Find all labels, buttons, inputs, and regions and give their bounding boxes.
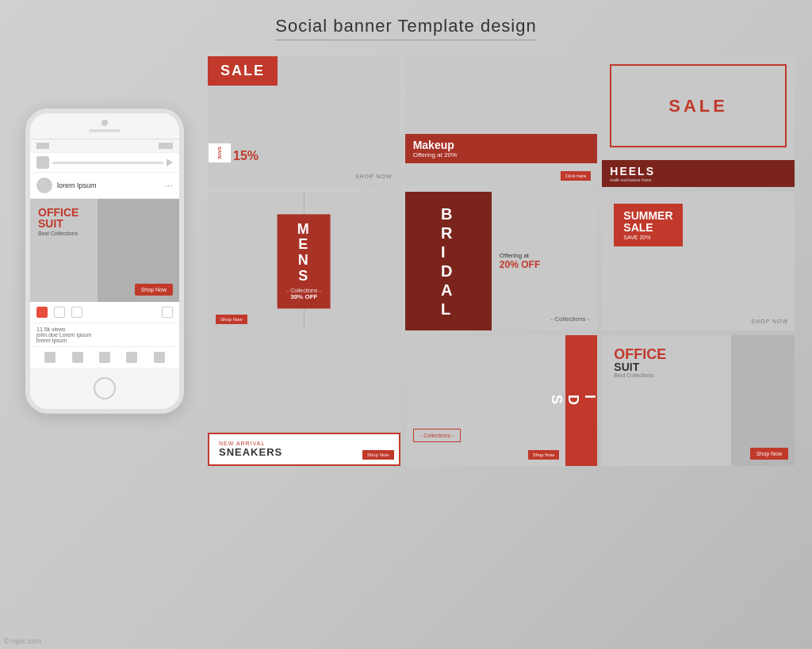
- banner-office-suit: OFFICE SUIT Best Collections Shop Now: [602, 335, 795, 466]
- camera-icon: [36, 156, 49, 169]
- shop-now-button[interactable]: Shop Now: [216, 315, 247, 324]
- kids-collections-text: - Collections -: [420, 433, 454, 438]
- makeup-subtitle: Offering at 20%: [413, 151, 590, 158]
- heart-icon[interactable]: [36, 307, 48, 318]
- profile-icon[interactable]: [154, 352, 165, 363]
- banner-image: [731, 335, 795, 466]
- add-icon[interactable]: [99, 352, 110, 363]
- phone-status-bar: [30, 139, 179, 153]
- like-icon[interactable]: [126, 352, 137, 363]
- mens-box: MENS - Collections - 30% OFF: [278, 214, 331, 308]
- banner-kids: KIDS - Collections - Shop Now: [405, 335, 598, 466]
- home-button[interactable]: [94, 377, 116, 399]
- bridal-right-panel: Offering at 20% OFF: [492, 192, 597, 330]
- watermark: © nipic.com: [4, 637, 41, 645]
- phone-container: lorem Ipsum ··· OFFICE SUIT Best Collect…: [17, 56, 192, 466]
- save-strip: SAVE: [208, 143, 232, 163]
- heels-title: HEELS: [610, 165, 787, 178]
- share-icon[interactable]: [71, 307, 82, 318]
- bridal-percent: 20% OFF: [500, 259, 589, 270]
- home-icon[interactable]: [44, 352, 56, 363]
- banner-sale-15: SALE SAVE 15% SHOP NOW: [208, 56, 400, 187]
- kids-title: KIDS: [548, 395, 597, 407]
- phone-speaker: [89, 129, 121, 132]
- collections-label: - Collections -: [287, 288, 321, 293]
- banner-mens: MENS - Collections - 30% OFF Shop Now: [208, 192, 400, 330]
- post-image: OFFICE SUIT Best Collections Shop Now: [30, 199, 179, 302]
- off-label: 30% OFF: [290, 293, 317, 300]
- suit-text: SUIT: [614, 361, 731, 372]
- shop-now-button[interactable]: Shop Now: [362, 450, 394, 460]
- sale-tag: SALE: [208, 56, 278, 86]
- page-title: Social banner Template design: [275, 16, 536, 36]
- bookmark-icon[interactable]: [162, 307, 173, 318]
- post-stats: 11.5k views john.doe Lorem ipsum lorem I…: [30, 323, 179, 347]
- shop-now-button[interactable]: Shop Now: [528, 450, 560, 460]
- makeup-bar: Makeup Offering at 20%: [405, 134, 598, 163]
- avatar: [36, 178, 52, 193]
- banner-sneakers: NEW ARRIVAL SNEAKERS Shop Now: [208, 335, 400, 466]
- new-arrival-label: NEW ARRIVAL: [219, 441, 389, 446]
- username: lorem Ipsum: [57, 181, 160, 189]
- click-here-button[interactable]: Click here: [561, 171, 592, 181]
- page-title-area: Social banner Template design: [275, 16, 536, 40]
- sneakers-bar: NEW ARRIVAL SNEAKERS: [208, 433, 400, 466]
- sale-outline-text: SALE: [668, 96, 728, 116]
- offering-text: Offering at: [500, 252, 589, 259]
- phone-bottom: [30, 368, 179, 409]
- ig-camera-row: [30, 153, 179, 173]
- bridal-dark-panel: BRIDAL: [405, 192, 492, 330]
- heels-bar: HEELS walk exclusive here: [602, 160, 795, 187]
- post-actions: [30, 302, 179, 323]
- title-underline: [275, 40, 536, 40]
- kids-strip: KIDS: [565, 335, 597, 466]
- shop-now-button[interactable]: Shop Now: [135, 284, 173, 296]
- battery-icon: [159, 143, 173, 149]
- main-layout: lorem Ipsum ··· OFFICE SUIT Best Collect…: [17, 56, 795, 466]
- search-icon[interactable]: [72, 352, 83, 363]
- heels-subtitle: walk exclusive here: [610, 178, 787, 182]
- makeup-title: Makeup: [413, 139, 590, 151]
- banner-makeup: Makeup Offering at 20% Click here: [405, 56, 598, 187]
- post-subtitle: Best Collections: [38, 231, 79, 236]
- shop-now-label: SHOP NOW: [355, 174, 393, 179]
- post-content: OFFICE SUIT Best Collections: [38, 207, 79, 236]
- sale-outline-box: SALE: [610, 64, 787, 147]
- bridal-collections: - Collections -: [550, 315, 589, 323]
- story-bar: [52, 162, 163, 164]
- banner-bridal: BRIDAL Offering at 20% OFF - Collections…: [405, 192, 598, 330]
- phone-nav: [30, 347, 179, 368]
- ig-post-header: lorem Ipsum ···: [30, 173, 179, 199]
- percent-label: 15%: [233, 149, 259, 163]
- banner-summer-sale: SUMMERSALE SAVE 20% SHOP NOW: [602, 192, 795, 330]
- banner-heels: SALE HEELS walk exclusive here: [602, 56, 795, 187]
- save-text: SAVE: [217, 147, 222, 159]
- summer-sale-box: SUMMERSALE SAVE 20%: [614, 204, 682, 246]
- kids-collections-box: - Collections -: [413, 429, 462, 442]
- best-collections: Best Collections: [614, 372, 731, 378]
- more-dots: ···: [165, 180, 173, 191]
- post-title: OFFICE SUIT: [38, 207, 79, 229]
- mens-title: MENS: [297, 222, 311, 284]
- shop-now-label: SHOP NOW: [751, 319, 788, 324]
- banners-grid: SALE SAVE 15% SHOP NOW Makeup Offering a…: [208, 56, 795, 466]
- shop-now-button[interactable]: Shop Now: [750, 448, 788, 460]
- phone-camera: [102, 120, 108, 126]
- bridal-title: BRIDAL: [441, 204, 455, 319]
- office-suit-content: OFFICE SUIT Best Collections: [614, 347, 731, 378]
- comment-icon[interactable]: [54, 307, 65, 318]
- phone-mockup: lorem Ipsum ··· OFFICE SUIT Best Collect…: [25, 109, 184, 414]
- signal-icon: [36, 143, 49, 149]
- phone-top-bar: [30, 113, 179, 139]
- filter-icon: [167, 158, 173, 166]
- summer-title: SUMMERSALE: [623, 210, 672, 235]
- summer-subtitle: SAVE 20%: [623, 235, 672, 240]
- office-title: OFFICE: [614, 347, 731, 361]
